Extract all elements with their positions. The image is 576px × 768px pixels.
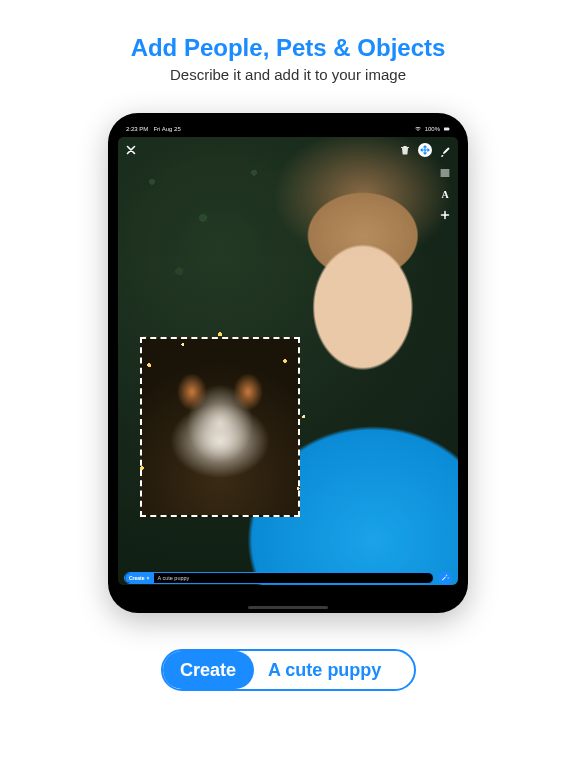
wifi-icon: [415, 126, 421, 132]
layers-tool-icon[interactable]: [438, 166, 452, 180]
add-tool-icon[interactable]: [438, 208, 452, 222]
brush-tool-icon[interactable]: [438, 145, 452, 159]
svg-rect-0: [444, 128, 449, 131]
tablet-mockup: 2:23 PM Fri Aug 25 100%: [108, 113, 468, 613]
editor-canvas[interactable]: A Create A cute puppy: [118, 137, 458, 585]
status-date: Fri Aug 25: [153, 126, 180, 132]
prompt-input[interactable]: Create A cute puppy: [124, 572, 434, 584]
close-icon[interactable]: [124, 143, 138, 157]
selection-box[interactable]: [140, 337, 300, 517]
move-tool-icon[interactable]: [418, 143, 432, 157]
cta-text: A cute puppy: [254, 660, 401, 681]
text-tool-icon[interactable]: A: [438, 187, 452, 201]
cta-pill[interactable]: Create A cute puppy: [161, 649, 416, 691]
hero-subtitle: Describe it and add it to your image: [170, 66, 406, 83]
generate-button[interactable]: [438, 571, 452, 585]
hero-title: Add People, Pets & Objects: [131, 34, 446, 62]
status-right: 100%: [415, 126, 450, 132]
status-bar: 2:23 PM Fri Aug 25 100%: [118, 125, 458, 137]
battery-icon: [444, 126, 450, 132]
trash-icon[interactable]: [398, 143, 412, 157]
home-indicator: [248, 606, 328, 609]
prompt-mode-chip[interactable]: Create: [125, 573, 154, 583]
status-time: 2:23 PM: [126, 126, 148, 132]
svg-rect-1: [449, 128, 450, 130]
prompt-text: A cute puppy: [154, 575, 190, 581]
sparkle-overlay: [127, 324, 313, 530]
prompt-bar: Create A cute puppy: [124, 571, 452, 585]
status-left: 2:23 PM Fri Aug 25: [126, 126, 181, 132]
status-battery: 100%: [425, 126, 440, 132]
cta-mode-chip[interactable]: Create: [161, 651, 255, 689]
